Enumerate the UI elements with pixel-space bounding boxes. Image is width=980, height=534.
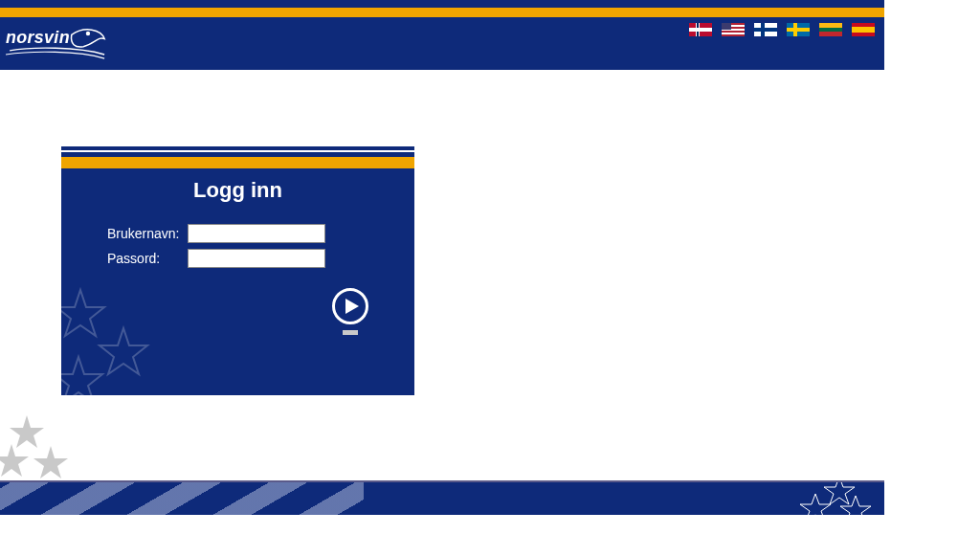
norsvin-logo-icon: norsvin [6, 21, 111, 67]
login-submit-button[interactable] [332, 288, 368, 324]
diagonal-stripes [0, 482, 364, 515]
username-label: Brukernavn: [107, 226, 188, 241]
header: norsvin [0, 17, 884, 70]
norway-flag[interactable] [689, 23, 712, 36]
lithuania-flag[interactable] [819, 23, 842, 36]
arrow-right-icon [345, 299, 359, 314]
login-panel: Logg inn Brukernavn: Passord: [61, 146, 414, 395]
svg-point-1 [86, 32, 90, 35]
sweden-flag[interactable] [787, 23, 810, 36]
finland-flag[interactable] [754, 23, 777, 36]
brand-logo: norsvin [6, 21, 111, 67]
submit-underline [343, 330, 358, 335]
stripe [61, 157, 414, 168]
footer-band [0, 482, 884, 515]
usa-flag[interactable] [722, 23, 745, 36]
password-label: Passord: [107, 251, 188, 266]
login-form: Brukernavn: Passord: [61, 224, 414, 268]
login-body: Logg inn Brukernavn: Passord: [61, 168, 414, 395]
password-input[interactable] [188, 249, 325, 268]
password-row: Passord: [107, 249, 414, 268]
svg-text:norsvin: norsvin [6, 28, 70, 47]
language-flags [689, 21, 875, 36]
top-stripes [0, 0, 884, 17]
username-row: Brukernavn: [107, 224, 414, 243]
spain-flag[interactable] [852, 23, 875, 36]
username-input[interactable] [188, 224, 325, 243]
decorative-stars-bottom [0, 413, 84, 490]
submit-area [332, 288, 368, 335]
login-title: Logg inn [61, 178, 414, 203]
decorative-stars-icon [61, 280, 186, 395]
footer [0, 480, 884, 515]
stripe [0, 8, 884, 17]
footer-stars-icon [787, 482, 873, 515]
